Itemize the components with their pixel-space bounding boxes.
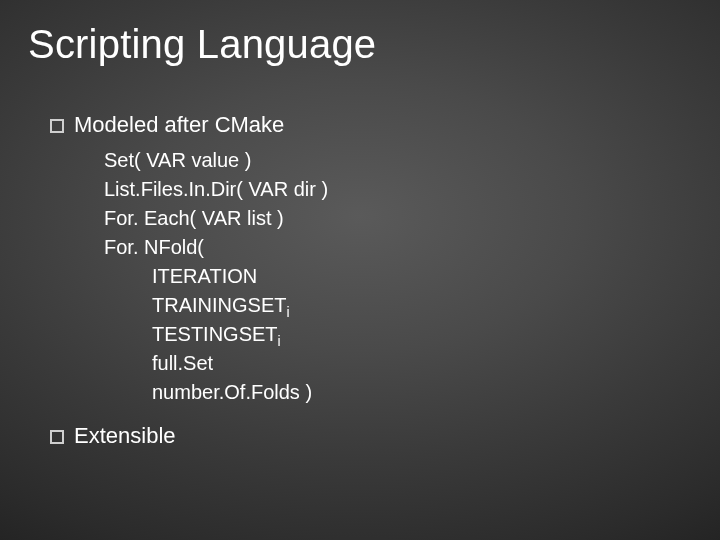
slide: Scripting Language Modeled after CMake S… [0,0,720,540]
code-block: Set( VAR value ) List.Files.In.Dir( VAR … [104,146,680,407]
code-line: number.Of.Folds ) [104,378,680,407]
code-line: TESTINGSETi [104,320,680,349]
bullet-modeled: Modeled after CMake [50,110,680,140]
code-line: Set( VAR value ) [104,146,680,175]
code-text: TESTINGSET [152,323,278,345]
code-subscript: i [286,304,289,320]
code-line: full.Set [104,349,680,378]
bullet-modeled-text: Modeled after CMake [74,112,284,137]
code-line: For. NFold( [104,233,680,262]
code-subscript: i [278,333,281,349]
bullet-square-icon [50,430,64,444]
slide-body: Modeled after CMake Set( VAR value ) Lis… [50,110,680,456]
bullet-extensible: Extensible [50,421,680,451]
code-text: TRAININGSET [152,294,286,316]
code-line: TRAININGSETi [104,291,680,320]
bullet-square-icon [50,119,64,133]
bullet-extensible-text: Extensible [74,423,176,448]
code-line: List.Files.In.Dir( VAR dir ) [104,175,680,204]
code-line: ITERATION [104,262,680,291]
code-line: For. Each( VAR list ) [104,204,680,233]
slide-title: Scripting Language [28,22,376,67]
